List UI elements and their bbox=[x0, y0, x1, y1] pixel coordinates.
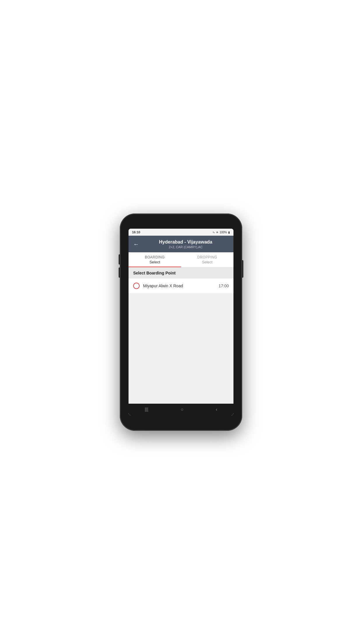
toolbar: ← Hyderabad - Vijayawada 2+2, CAR (CAMRY… bbox=[129, 236, 233, 252]
battery-text: 100% bbox=[219, 231, 227, 234]
boarding-point-name: Miyapur Alwin X Road bbox=[143, 284, 219, 288]
bus-type-subtitle: 2+2, CAR (CAMRY),AC bbox=[143, 245, 229, 249]
boarding-list: Miyapur Alwin X Road 17:00 bbox=[129, 279, 233, 293]
radio-button-icon[interactable] bbox=[133, 283, 140, 289]
tab-dropping-label: DROPPING bbox=[181, 255, 233, 259]
status-bar: 16:10 ∿ ✈ 100% ▮ bbox=[129, 229, 233, 236]
tab-dropping[interactable]: DROPPING Select bbox=[181, 252, 233, 267]
boarding-point-time: 17:00 bbox=[219, 284, 229, 288]
section-header: Select Boarding Point bbox=[129, 267, 233, 279]
volume-up-button bbox=[119, 254, 120, 265]
battery-icon: ▮ bbox=[228, 231, 230, 234]
route-title: Hyderabad - Vijayawada bbox=[143, 239, 229, 245]
status-time: 16:10 bbox=[132, 230, 140, 234]
tabs-container: BOARDING Select DROPPING Select bbox=[129, 252, 233, 267]
section-title: Select Boarding Point bbox=[133, 271, 175, 275]
screen: 16:10 ∿ ✈ 100% ▮ ← Hyderabad - Vijayawad… bbox=[129, 229, 233, 415]
tab-boarding-sublabel: Select bbox=[129, 260, 181, 264]
tab-dropping-sublabel: Select bbox=[181, 260, 233, 264]
home-nav-icon[interactable]: ||| bbox=[145, 407, 148, 412]
content-area bbox=[129, 293, 233, 404]
circle-nav-icon[interactable]: ○ bbox=[181, 407, 184, 412]
back-button[interactable]: ← bbox=[133, 241, 139, 247]
tab-boarding-label: BOARDING bbox=[129, 255, 181, 259]
bottom-nav-bar: ||| ○ ‹ bbox=[129, 404, 233, 415]
wifi-icon: ∿ bbox=[212, 231, 215, 234]
boarding-point-item[interactable]: Miyapur Alwin X Road 17:00 bbox=[129, 279, 233, 293]
tab-boarding[interactable]: BOARDING Select bbox=[129, 252, 181, 267]
phone-frame: 16:10 ∿ ✈ 100% ▮ ← Hyderabad - Vijayawad… bbox=[120, 214, 242, 431]
toolbar-title-area: Hyderabad - Vijayawada 2+2, CAR (CAMRY),… bbox=[143, 239, 229, 249]
back-nav-icon[interactable]: ‹ bbox=[216, 407, 217, 412]
status-icons: ∿ ✈ 100% ▮ bbox=[212, 231, 230, 234]
signal-icon: ✈ bbox=[216, 231, 218, 234]
volume-down-button bbox=[119, 267, 120, 278]
